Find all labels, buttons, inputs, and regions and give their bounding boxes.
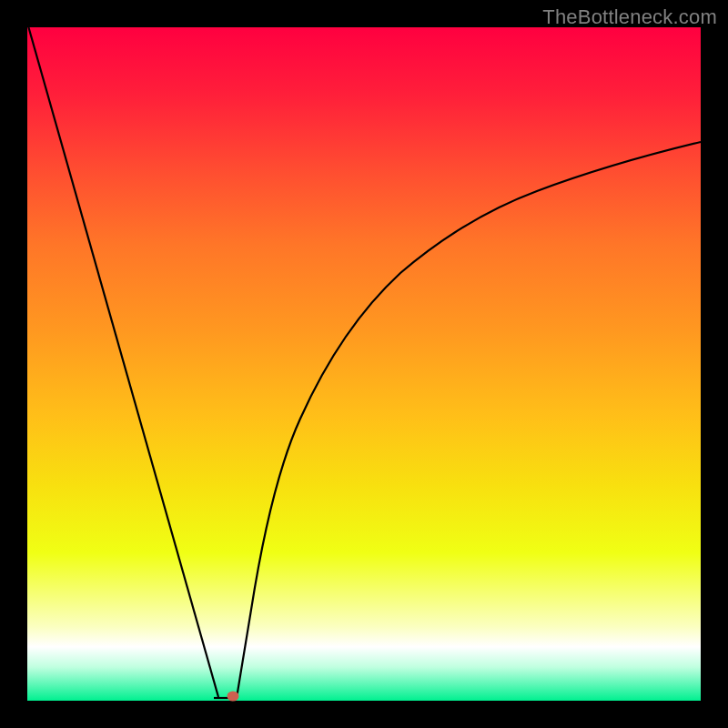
curve-svg — [27, 27, 701, 701]
watermark-text: TheBottleneck.com — [542, 5, 717, 29]
curve-left-branch — [27, 23, 218, 697]
optimal-point-marker — [228, 692, 239, 702]
chart-frame: TheBottleneck.com — [0, 0, 728, 728]
curve-right-branch — [237, 142, 701, 698]
plot-area — [27, 27, 701, 701]
